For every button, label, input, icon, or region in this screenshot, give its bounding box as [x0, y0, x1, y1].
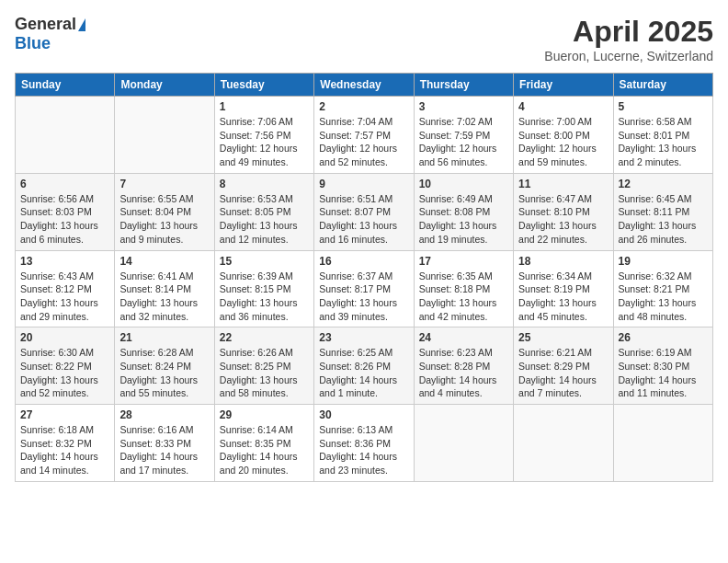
- day-detail: Sunrise: 6:32 AMSunset: 8:21 PMDaylight:…: [619, 270, 708, 324]
- calendar-cell: 25Sunrise: 6:21 AMSunset: 8:29 PMDayligh…: [514, 327, 613, 405]
- calendar-week-row: 20Sunrise: 6:30 AMSunset: 8:22 PMDayligh…: [16, 327, 713, 405]
- day-detail: Sunrise: 6:58 AMSunset: 8:01 PMDaylight:…: [619, 115, 708, 169]
- day-number: 22: [220, 331, 309, 344]
- calendar-cell: 6Sunrise: 6:56 AMSunset: 8:03 PMDaylight…: [16, 173, 115, 250]
- day-detail: Sunrise: 6:35 AMSunset: 8:18 PMDaylight:…: [419, 270, 508, 324]
- month-title: April 2025: [544, 15, 713, 49]
- calendar-cell: 1Sunrise: 7:06 AMSunset: 7:56 PMDaylight…: [214, 97, 313, 174]
- col-header-wednesday: Wednesday: [314, 74, 414, 97]
- logo: General Blue: [15, 15, 85, 53]
- day-detail: Sunrise: 6:19 AMSunset: 8:30 PMDaylight:…: [619, 346, 708, 400]
- calendar-cell: 27Sunrise: 6:18 AMSunset: 8:32 PMDayligh…: [16, 405, 115, 482]
- calendar-cell: 28Sunrise: 6:16 AMSunset: 8:33 PMDayligh…: [115, 405, 214, 482]
- day-detail: Sunrise: 6:37 AMSunset: 8:17 PMDaylight:…: [319, 270, 408, 324]
- calendar-cell: 29Sunrise: 6:14 AMSunset: 8:35 PMDayligh…: [214, 405, 313, 482]
- logo-blue-text: Blue: [15, 34, 51, 53]
- day-detail: Sunrise: 6:47 AMSunset: 8:10 PMDaylight:…: [518, 192, 608, 247]
- calendar-cell: 11Sunrise: 6:47 AMSunset: 8:10 PMDayligh…: [514, 173, 613, 250]
- location-subtitle: Bueron, Lucerne, Switzerland: [544, 49, 713, 63]
- day-number: 12: [619, 178, 708, 190]
- calendar-cell: 9Sunrise: 6:51 AMSunset: 8:07 PMDaylight…: [314, 173, 414, 250]
- day-detail: Sunrise: 6:49 AMSunset: 8:08 PMDaylight:…: [419, 192, 508, 247]
- calendar-cell: 19Sunrise: 6:32 AMSunset: 8:21 PMDayligh…: [613, 250, 712, 327]
- day-detail: Sunrise: 6:14 AMSunset: 8:35 PMDaylight:…: [220, 423, 309, 477]
- day-detail: Sunrise: 6:43 AMSunset: 8:12 PMDaylight:…: [20, 270, 109, 324]
- calendar-cell: 20Sunrise: 6:30 AMSunset: 8:22 PMDayligh…: [16, 327, 115, 405]
- calendar-cell: 17Sunrise: 6:35 AMSunset: 8:18 PMDayligh…: [414, 250, 513, 327]
- day-number: 13: [20, 255, 109, 268]
- day-number: 10: [419, 178, 508, 190]
- day-detail: Sunrise: 6:21 AMSunset: 8:29 PMDaylight:…: [518, 346, 608, 400]
- calendar-cell: 8Sunrise: 6:53 AMSunset: 8:05 PMDaylight…: [214, 173, 313, 250]
- day-number: 8: [220, 178, 309, 190]
- col-header-tuesday: Tuesday: [214, 74, 313, 97]
- calendar-cell: 22Sunrise: 6:26 AMSunset: 8:25 PMDayligh…: [214, 327, 313, 405]
- col-header-sunday: Sunday: [16, 74, 115, 97]
- calendar-cell: 18Sunrise: 6:34 AMSunset: 8:19 PMDayligh…: [514, 250, 613, 327]
- calendar-cell: 24Sunrise: 6:23 AMSunset: 8:28 PMDayligh…: [414, 327, 513, 405]
- day-detail: Sunrise: 7:02 AMSunset: 7:59 PMDaylight:…: [419, 115, 508, 169]
- calendar-cell: [16, 97, 115, 174]
- day-number: 1: [220, 100, 309, 113]
- calendar-cell: 10Sunrise: 6:49 AMSunset: 8:08 PMDayligh…: [414, 173, 513, 250]
- day-number: 9: [319, 178, 408, 190]
- col-header-saturday: Saturday: [613, 74, 712, 97]
- col-header-thursday: Thursday: [414, 74, 513, 97]
- calendar-cell: 3Sunrise: 7:02 AMSunset: 7:59 PMDaylight…: [414, 97, 513, 174]
- day-detail: Sunrise: 6:13 AMSunset: 8:36 PMDaylight:…: [319, 423, 408, 477]
- calendar-cell: 13Sunrise: 6:43 AMSunset: 8:12 PMDayligh…: [16, 250, 115, 327]
- day-detail: Sunrise: 7:06 AMSunset: 7:56 PMDaylight:…: [220, 115, 309, 169]
- col-header-friday: Friday: [514, 74, 613, 97]
- day-number: 24: [419, 331, 508, 344]
- day-number: 17: [419, 255, 508, 268]
- day-detail: Sunrise: 6:16 AMSunset: 8:33 PMDaylight:…: [119, 423, 209, 477]
- day-detail: Sunrise: 6:39 AMSunset: 8:15 PMDaylight:…: [220, 270, 309, 324]
- day-number: 5: [619, 100, 708, 113]
- calendar-table: SundayMondayTuesdayWednesdayThursdayFrid…: [15, 73, 713, 482]
- day-detail: Sunrise: 7:04 AMSunset: 7:57 PMDaylight:…: [319, 115, 408, 169]
- calendar-week-row: 27Sunrise: 6:18 AMSunset: 8:32 PMDayligh…: [16, 405, 713, 482]
- day-number: 27: [20, 408, 109, 421]
- day-number: 30: [319, 408, 408, 421]
- calendar-cell: 7Sunrise: 6:55 AMSunset: 8:04 PMDaylight…: [115, 173, 214, 250]
- day-number: 15: [220, 255, 309, 268]
- day-number: 19: [619, 255, 708, 268]
- calendar-cell: 15Sunrise: 6:39 AMSunset: 8:15 PMDayligh…: [214, 250, 313, 327]
- day-number: 14: [119, 255, 209, 268]
- calendar-cell: 12Sunrise: 6:45 AMSunset: 8:11 PMDayligh…: [613, 173, 712, 250]
- day-number: 23: [319, 331, 408, 344]
- day-number: 20: [20, 331, 109, 344]
- day-detail: Sunrise: 6:30 AMSunset: 8:22 PMDaylight:…: [20, 346, 109, 400]
- page-header: General Blue April 2025 Bueron, Lucerne,…: [15, 15, 713, 63]
- title-block: April 2025 Bueron, Lucerne, Switzerland: [544, 15, 713, 63]
- day-number: 11: [518, 178, 608, 190]
- day-detail: Sunrise: 6:56 AMSunset: 8:03 PMDaylight:…: [20, 192, 109, 247]
- day-detail: Sunrise: 6:55 AMSunset: 8:04 PMDaylight:…: [119, 192, 209, 247]
- calendar-cell: 21Sunrise: 6:28 AMSunset: 8:24 PMDayligh…: [115, 327, 214, 405]
- day-number: 16: [319, 255, 408, 268]
- calendar-cell: [115, 97, 214, 174]
- calendar-cell: 30Sunrise: 6:13 AMSunset: 8:36 PMDayligh…: [314, 405, 414, 482]
- day-number: 6: [20, 178, 109, 190]
- day-detail: Sunrise: 6:41 AMSunset: 8:14 PMDaylight:…: [119, 270, 209, 324]
- calendar-cell: [514, 405, 613, 482]
- day-detail: Sunrise: 6:45 AMSunset: 8:11 PMDaylight:…: [619, 192, 708, 247]
- day-number: 4: [518, 100, 608, 113]
- calendar-cell: [613, 405, 712, 482]
- day-detail: Sunrise: 6:26 AMSunset: 8:25 PMDaylight:…: [220, 346, 309, 400]
- day-number: 2: [319, 100, 408, 113]
- day-number: 18: [518, 255, 608, 268]
- day-detail: Sunrise: 6:34 AMSunset: 8:19 PMDaylight:…: [518, 270, 608, 324]
- calendar-cell: 26Sunrise: 6:19 AMSunset: 8:30 PMDayligh…: [613, 327, 712, 405]
- calendar-cell: 2Sunrise: 7:04 AMSunset: 7:57 PMDaylight…: [314, 97, 414, 174]
- logo-general-text: General: [15, 15, 76, 34]
- day-detail: Sunrise: 6:23 AMSunset: 8:28 PMDaylight:…: [419, 346, 508, 400]
- calendar-header-row: SundayMondayTuesdayWednesdayThursdayFrid…: [16, 74, 713, 97]
- day-detail: Sunrise: 6:25 AMSunset: 8:26 PMDaylight:…: [319, 346, 408, 400]
- col-header-monday: Monday: [115, 74, 214, 97]
- calendar-cell: 14Sunrise: 6:41 AMSunset: 8:14 PMDayligh…: [115, 250, 214, 327]
- day-detail: Sunrise: 6:28 AMSunset: 8:24 PMDaylight:…: [119, 346, 209, 400]
- day-detail: Sunrise: 6:53 AMSunset: 8:05 PMDaylight:…: [220, 192, 309, 247]
- calendar-week-row: 1Sunrise: 7:06 AMSunset: 7:56 PMDaylight…: [16, 97, 713, 174]
- calendar-cell: 16Sunrise: 6:37 AMSunset: 8:17 PMDayligh…: [314, 250, 414, 327]
